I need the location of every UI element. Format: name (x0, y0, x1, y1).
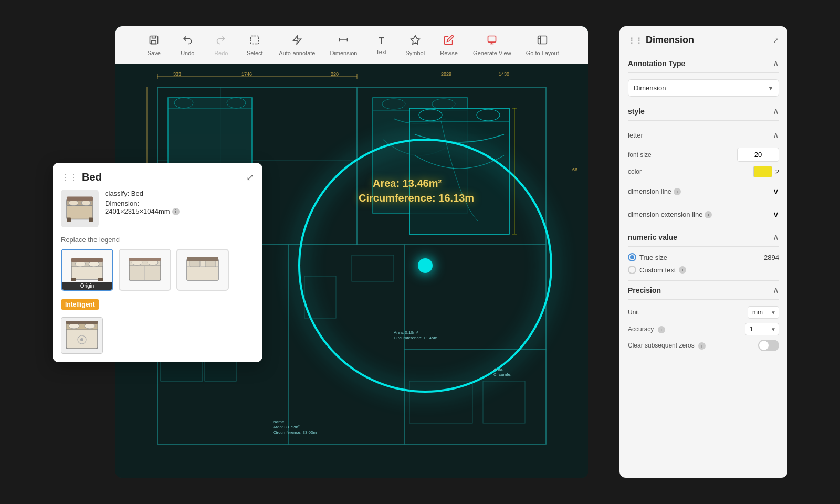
auto-annotate-icon (292, 35, 302, 48)
toolbar-undo[interactable]: Undo (173, 32, 202, 59)
symbol-label: Symbol (405, 50, 425, 56)
dimension-info-icon[interactable]: i (172, 208, 180, 215)
generate-view-icon (487, 35, 497, 48)
true-size-value: 2894 (764, 254, 779, 261)
svg-rect-86 (187, 257, 218, 261)
style-toggle[interactable]: ∧ (773, 106, 779, 116)
clear-zeros-toggle[interactable] (758, 340, 779, 351)
svg-text:333: 333 (173, 71, 181, 77)
legend-options: Origin (61, 249, 254, 291)
toolbar-dimension[interactable]: Dimension (324, 32, 362, 59)
svg-text:1746: 1746 (242, 71, 252, 77)
svg-rect-73 (71, 258, 103, 262)
letter-title: letter (628, 131, 643, 139)
panel-drag-icon: ⋮⋮ (628, 36, 643, 45)
legend-option-origin[interactable]: Origin (61, 249, 113, 291)
bed-panel-header: ⋮⋮ Bed ⤢ (61, 171, 254, 183)
precision-toggle[interactable]: ∧ (773, 285, 779, 295)
svg-text:Circumference: 33.03m: Circumference: 33.03m (273, 430, 317, 435)
clear-zeros-row: Clear subsequent zeros i (628, 340, 779, 351)
annotation-type-title: Annotation Type (628, 59, 685, 68)
bed-panel-close-button[interactable]: ⤢ (246, 172, 254, 183)
precision-title: Precision (628, 286, 661, 295)
svg-text:220: 220 (331, 71, 339, 77)
accuracy-select[interactable]: 1 0.1 0.01 0.001 (745, 323, 779, 335)
font-size-input[interactable] (737, 148, 779, 162)
redo-label: Redo (214, 50, 228, 56)
toolbar-auto-annotate[interactable]: Auto-annotate (274, 32, 320, 59)
svg-text:Circumfe...: Circumfe... (494, 372, 514, 377)
annotation-type-form-row: Dimension Linear Angular Radial ▼ (628, 79, 779, 97)
svg-rect-36 (410, 108, 509, 234)
dimension-line-row[interactable]: dimension line i ∨ (628, 182, 779, 201)
svg-text:Circumference: 16.13m: Circumference: 16.13m (359, 192, 474, 204)
svg-rect-67 (67, 218, 71, 222)
svg-rect-4 (488, 36, 496, 42)
custom-text-label: Custom text (639, 266, 676, 274)
svg-point-64 (69, 201, 78, 206)
svg-point-71 (75, 261, 86, 267)
toolbar-select[interactable]: Select (240, 32, 269, 59)
precision-header: Precision ∧ (628, 280, 779, 300)
select-label: Select (247, 50, 263, 56)
intelligent-bed-preview (61, 317, 103, 354)
custom-text-radio[interactable] (628, 266, 636, 274)
dimension-ext-info[interactable]: i (705, 211, 712, 218)
panel-expand-icon[interactable]: ⤢ (773, 36, 779, 45)
accuracy-select-wrapper: 1 0.1 0.01 0.001 ▼ (745, 323, 779, 335)
intelligent-section: Intelligent (61, 299, 254, 354)
svg-rect-1 (152, 40, 156, 44)
dimension-icon (338, 35, 349, 48)
svg-point-90 (85, 323, 95, 329)
color-swatch[interactable] (753, 166, 772, 177)
true-size-radio[interactable] (628, 253, 636, 261)
accuracy-label: Accuracy i (628, 326, 665, 333)
true-size-radio-left: True size (628, 253, 667, 261)
toolbar-symbol[interactable]: Symbol (400, 32, 430, 59)
legend-option-3[interactable] (176, 249, 229, 291)
toolbar-redo[interactable]: Redo (206, 32, 236, 59)
clear-zeros-info[interactable]: i (698, 342, 706, 350)
annotation-type-toggle[interactable]: ∧ (773, 58, 779, 68)
undo-icon (182, 35, 193, 48)
dimension-ext-toggle[interactable]: ∨ (773, 209, 779, 219)
revise-label: Revise (440, 50, 458, 56)
svg-point-65 (81, 201, 91, 206)
svg-point-72 (89, 261, 99, 267)
accuracy-info[interactable]: i (658, 326, 665, 333)
replace-legend-title: Replace the legend (61, 236, 254, 244)
legend-option-2[interactable] (119, 249, 171, 291)
numeric-value-toggle[interactable]: ∧ (773, 232, 779, 242)
bed-info: classify: Bed Dimension: 2401×2315×1044m… (61, 190, 254, 227)
intelligent-badge: Intelligent (61, 299, 99, 310)
svg-text:66: 66 (572, 167, 578, 172)
annotation-type-select[interactable]: Dimension Linear Angular Radial (628, 79, 779, 97)
annotation-type-section: Annotation Type ∧ (628, 54, 779, 73)
color-value-row: 2 (753, 166, 779, 177)
letter-toggle[interactable]: ∧ (773, 130, 779, 140)
dimension-label: Dimension (330, 50, 357, 56)
style-section: style ∧ (628, 102, 779, 121)
dimension-ext-line-row[interactable]: dimension extension line i ∨ (628, 205, 779, 224)
true-size-row: True size 2894 (628, 253, 779, 261)
toolbar-go-to-layout[interactable]: Go to Layout (521, 32, 564, 59)
toolbar-generate-view[interactable]: Generate View (468, 32, 517, 59)
color-label: color (628, 168, 642, 175)
save-icon (149, 35, 159, 48)
toolbar-revise[interactable]: Revise (434, 32, 464, 59)
redo-icon (216, 35, 226, 48)
custom-text-radio-left: Custom text i (628, 266, 686, 274)
custom-text-info[interactable]: i (679, 266, 686, 274)
toolbar-text[interactable]: T Text (366, 33, 396, 58)
svg-text:Area: 0.19m²: Area: 0.19m² (394, 330, 418, 335)
unit-select[interactable]: mm cm m ft in (748, 306, 779, 319)
color-row: color 2 (628, 166, 779, 177)
color-number: 2 (775, 168, 779, 176)
dimension-line-info[interactable]: i (674, 188, 681, 195)
symbol-icon (410, 35, 421, 48)
bed-panel: ⋮⋮ Bed ⤢ classify: Bed (52, 163, 262, 362)
toolbar-save[interactable]: Save (139, 32, 169, 59)
dimension-line-toggle[interactable]: ∨ (773, 186, 779, 196)
svg-text:Area:: Area: (494, 367, 503, 372)
unit-label: Unit (628, 309, 639, 316)
